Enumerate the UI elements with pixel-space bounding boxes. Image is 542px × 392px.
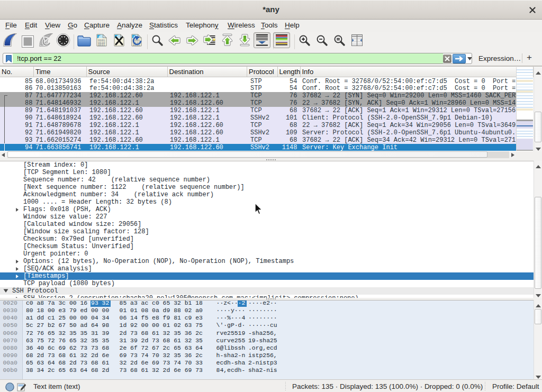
svg-text:0111: 0111 [98, 43, 105, 47]
